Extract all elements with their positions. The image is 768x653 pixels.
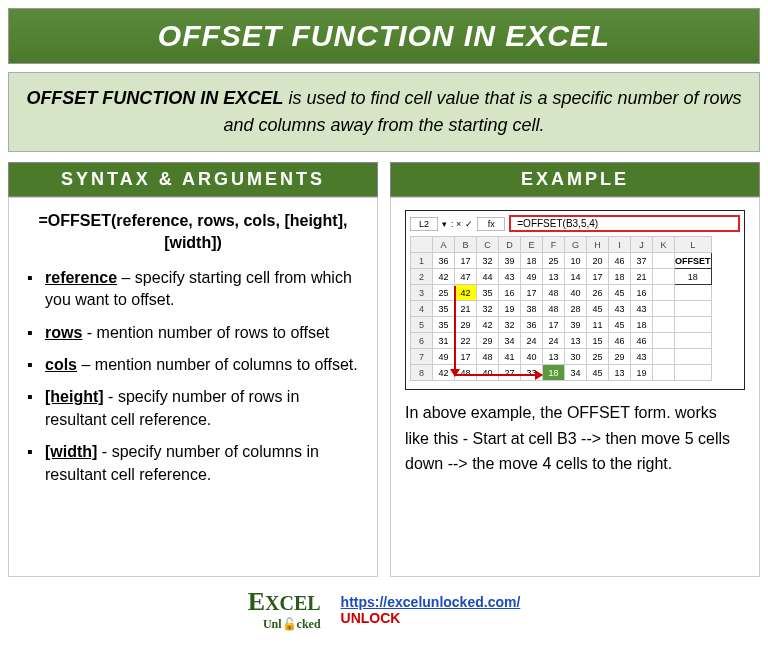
logo-e: E: [248, 587, 265, 616]
intro-bold: OFFSET FUNCTION IN EXCEL: [26, 88, 283, 108]
syntax-column: SYNTAX & ARGUMENTS =OFFSET(reference, ro…: [8, 162, 378, 577]
intro-box: OFFSET FUNCTION IN EXCEL is used to find…: [8, 72, 760, 152]
example-column: EXAMPLE L2 ▾ : × ✓ fx =OFFSET(B3,5,4) AB…: [390, 162, 760, 577]
fx-sep: : ×: [451, 219, 461, 229]
arg-name: rows: [45, 324, 82, 341]
arrow-right-icon: [454, 374, 542, 376]
arg-name: [width]: [45, 443, 97, 460]
footer-unlock: UNLOCK: [341, 610, 521, 626]
arg-item: [height] - specify number of rows in res…: [27, 386, 363, 431]
intro-text: is used to find cell value that is a spe…: [223, 88, 741, 135]
example-spreadsheet: L2 ▾ : × ✓ fx =OFFSET(B3,5,4) ABCDEFGHIJ…: [405, 210, 745, 390]
arg-item: [width] - specify number of columns in r…: [27, 441, 363, 486]
example-header: EXAMPLE: [390, 162, 760, 197]
logo-xcel: XCEL: [265, 592, 321, 614]
arg-item: cols – mention number of columns to offs…: [27, 354, 363, 376]
fx-dropdown-icon: ▾: [442, 219, 447, 229]
logo-sub: Unl🔓cked: [248, 617, 321, 632]
main-title: OFFSET FUNCTION IN EXCEL: [8, 8, 760, 64]
syntax-formula: =OFFSET(reference, rows, cols, [height],…: [23, 210, 363, 255]
logo: EXCEL Unl🔓cked: [248, 587, 321, 632]
arg-item: rows - mention number of rows to offset: [27, 322, 363, 344]
syntax-header: SYNTAX & ARGUMENTS: [8, 162, 378, 197]
formula-bar: =OFFSET(B3,5,4): [509, 215, 740, 232]
arg-name: reference: [45, 269, 117, 286]
arrow-down-icon: [454, 286, 456, 376]
arg-desc: - mention number of rows to offset: [82, 324, 329, 341]
arg-name: [height]: [45, 388, 104, 405]
example-explanation: In above example, the OFFSET form. works…: [405, 400, 745, 477]
footer-url[interactable]: https://excelunlocked.com/: [341, 594, 521, 610]
cell-ref-box: L2: [410, 217, 438, 231]
fx-label: fx: [477, 217, 505, 231]
fx-check-icon: ✓: [465, 219, 473, 229]
arg-item: reference – specify starting cell from w…: [27, 267, 363, 312]
footer: EXCEL Unl🔓cked https://excelunlocked.com…: [8, 587, 760, 632]
args-list: reference – specify starting cell from w…: [23, 267, 363, 486]
arg-desc: – mention number of columns to offset.: [77, 356, 358, 373]
arg-name: cols: [45, 356, 77, 373]
